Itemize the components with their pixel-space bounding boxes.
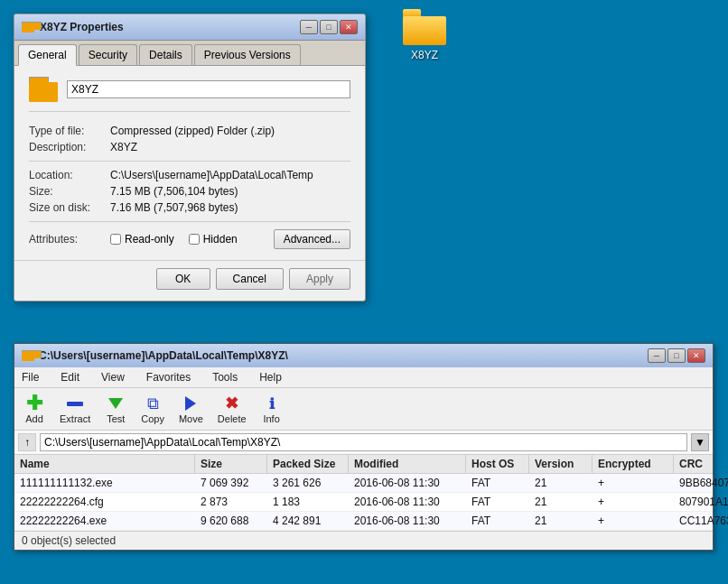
cell-crc-1: 807901A1 (674, 493, 728, 511)
maximize-button[interactable]: □ (320, 20, 338, 34)
file-header (29, 77, 350, 112)
toolbar-info[interactable]: ℹ Info (257, 392, 286, 426)
desc-label: Description: (29, 141, 110, 153)
col-host-os[interactable]: Host OS (466, 455, 529, 473)
cell-packed-1: 1 183 (267, 493, 349, 511)
cell-version-1: 21 (529, 493, 593, 511)
table-row[interactable]: 22222222264.cfg 2 873 1 183 2016-06-08 1… (14, 493, 713, 512)
toolbar-test[interactable]: Test (101, 392, 130, 426)
fm-filelist: Name Size Packed Size Modified Host OS V… (14, 455, 713, 531)
col-crc[interactable]: CRC (674, 455, 728, 473)
size-value: 7.15 MB (7,506,104 bytes) (110, 185, 238, 198)
menu-file[interactable]: File (18, 369, 42, 385)
fm-statusbar: 0 object(s) selected (14, 531, 713, 550)
cell-packed-0: 3 261 626 (267, 474, 349, 492)
folder-icon-large (403, 9, 446, 45)
filename-input[interactable] (67, 80, 350, 98)
extract-icon (65, 394, 85, 413)
description-row: Description: X8YZ (29, 141, 350, 153)
cell-name-0: 111111111132.exe (14, 474, 195, 492)
cell-hostos-2: FAT (466, 512, 529, 530)
dialog-body: Type of file: Compressed (zipped) Folder… (14, 66, 365, 260)
col-size[interactable]: Size (195, 455, 267, 473)
menu-edit[interactable]: Edit (57, 369, 83, 385)
fm-controls: ─ □ ✕ (648, 348, 705, 363)
hidden-label: Hidden (203, 233, 238, 246)
move-icon (181, 394, 201, 413)
dialog-titlebar: X8YZ Properties ─ □ ✕ (14, 14, 365, 41)
tab-details[interactable]: Details (139, 44, 192, 65)
dialog-controls: ─ □ ✕ (300, 20, 358, 34)
properties-dialog: X8YZ Properties ─ □ ✕ General Security D… (14, 14, 366, 301)
fm-folder-icon (22, 350, 34, 361)
cell-name-2: 22222222264.exe (14, 512, 195, 530)
cell-encrypted-2: + (593, 512, 674, 530)
tab-security[interactable]: Security (79, 44, 137, 65)
col-version[interactable]: Version (529, 455, 593, 473)
col-name[interactable]: Name (14, 455, 195, 473)
desktop-folder[interactable]: X8YZ (388, 9, 461, 61)
hidden-checkbox-item[interactable]: Hidden (189, 233, 238, 246)
toolbar-move[interactable]: Move (175, 392, 207, 426)
fm-maximize-button[interactable]: □ (667, 348, 686, 363)
toolbar-copy[interactable]: ⧉ Copy (137, 392, 168, 426)
delete-label: Delete (218, 413, 247, 424)
fm-addressbar: ↑ ▼ (14, 431, 713, 455)
cell-name-1: 22222222264.cfg (14, 493, 195, 511)
advanced-button[interactable]: Advanced... (274, 229, 350, 249)
menu-tools[interactable]: Tools (209, 369, 241, 385)
info-label: Info (263, 413, 279, 424)
cell-version-2: 21 (529, 512, 593, 530)
ok-button[interactable]: OK (156, 268, 210, 290)
fm-close-button[interactable]: ✕ (687, 348, 705, 363)
readonly-checkbox-item[interactable]: Read-only (110, 233, 174, 246)
col-encrypted[interactable]: Encrypted (593, 455, 674, 473)
dialog-footer: OK Cancel Apply (14, 260, 365, 301)
apply-button[interactable]: Apply (289, 268, 350, 290)
readonly-checkbox[interactable] (110, 234, 121, 245)
attr-label: Attributes: (29, 233, 110, 246)
menu-view[interactable]: View (98, 369, 128, 385)
location-row: Location: C:\Users\[username]\AppData\Lo… (29, 169, 350, 181)
tab-general[interactable]: General (18, 44, 77, 66)
tab-previous-versions[interactable]: Previous Versions (194, 44, 301, 65)
extract-label: Extract (60, 413, 90, 424)
add-icon: ✚ (24, 394, 44, 413)
copy-icon: ⧉ (143, 394, 163, 413)
col-packed-size[interactable]: Packed Size (267, 455, 349, 473)
cell-packed-2: 4 242 891 (267, 512, 349, 530)
size-label: Size: (29, 185, 110, 198)
type-value: Compressed (zipped) Folder (.zip) (110, 125, 275, 137)
back-button[interactable]: ↑ (18, 433, 36, 451)
toolbar-extract[interactable]: Extract (56, 392, 94, 426)
fm-titlebar: C:\Users\[username]\AppData\Local\Temp\X… (14, 344, 713, 367)
toolbar-add[interactable]: ✚ Add (20, 392, 49, 426)
attributes-row: Attributes: Read-only Hidden Advanced... (29, 229, 350, 249)
toolbar-delete[interactable]: ✖ Delete (214, 392, 250, 426)
minimize-button[interactable]: ─ (300, 20, 318, 34)
table-row[interactable]: 22222222264.exe 9 620 688 4 242 891 2016… (14, 512, 713, 531)
location-value: C:\Users\[username]\AppData\Local\Temp (110, 169, 313, 181)
fm-title: C:\Users\[username]\AppData\Local\Temp\X… (22, 349, 288, 362)
file-icon (29, 77, 58, 102)
fm-minimize-button[interactable]: ─ (648, 348, 666, 363)
checkbox-group: Read-only Hidden (110, 233, 238, 246)
table-row[interactable]: 111111111132.exe 7 069 392 3 261 626 201… (14, 474, 713, 493)
test-label: Test (107, 413, 125, 424)
address-dropdown[interactable]: ▼ (691, 433, 709, 451)
cancel-button[interactable]: Cancel (216, 268, 284, 290)
hidden-checkbox[interactable] (189, 234, 200, 245)
menu-favorites[interactable]: Favorites (143, 369, 194, 385)
dialog-tabs: General Security Details Previous Versio… (14, 41, 365, 66)
info-icon: ℹ (262, 394, 282, 413)
cell-hostos-0: FAT (466, 474, 529, 492)
cell-encrypted-0: + (593, 474, 674, 492)
menu-help[interactable]: Help (256, 369, 285, 385)
close-button[interactable]: ✕ (340, 20, 358, 34)
cell-size-0: 7 069 392 (195, 474, 267, 492)
col-modified[interactable]: Modified (349, 455, 466, 473)
fm-toolbar: ✚ Add Extract Test ⧉ Copy Move (14, 388, 713, 431)
address-input[interactable] (40, 433, 687, 451)
cell-encrypted-1: + (593, 493, 674, 511)
type-of-file-row: Type of file: Compressed (zipped) Folder… (29, 125, 350, 137)
